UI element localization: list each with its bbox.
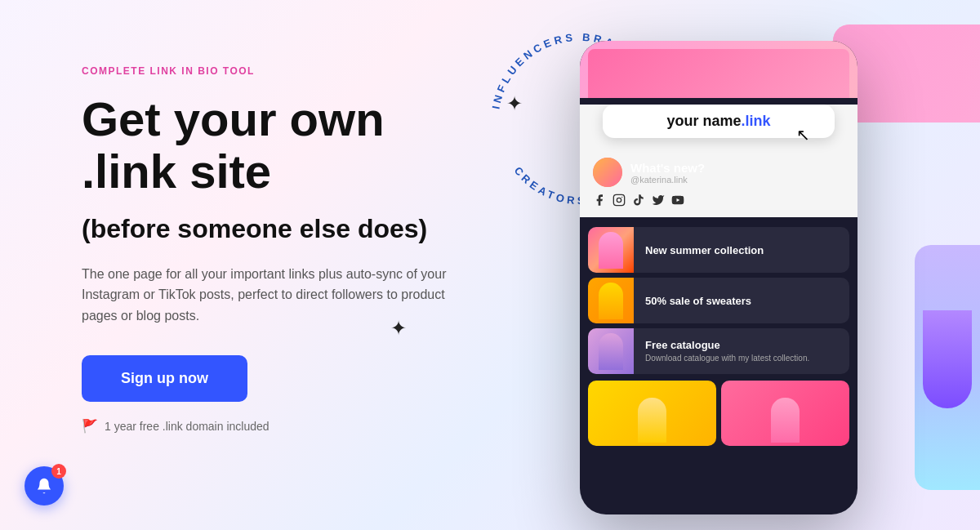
sub-heading: (before someone else does) <box>82 214 539 244</box>
instagram-icon <box>612 194 626 209</box>
avatar <box>593 158 622 187</box>
profile-info: What's new? @katerina.link <box>630 161 705 185</box>
link-card-title-sale: 50% sale of sweaters <box>645 295 838 307</box>
hero-right: INFLUENCERS BRANDS CREATORS your name.li… <box>474 0 980 530</box>
bottom-image-cards <box>588 381 849 446</box>
link-card-summer[interactable]: New summer collection <box>588 227 849 273</box>
twitter-icon <box>652 194 665 209</box>
domain-note: 🚩 1 year free .link domain included <box>82 418 539 434</box>
sale-thumb-figure <box>588 278 634 323</box>
tagline: COMPLETE LINK IN BIO TOOL <box>82 65 539 77</box>
link-card-thumb-catalogue <box>588 328 634 374</box>
link-card-text-summer: New summer collection <box>634 244 849 256</box>
phone-inner: your name.link ↖ What's new? @katerina.l… <box>580 41 858 514</box>
link-card-thumb-sale <box>588 278 634 323</box>
link-card-sale[interactable]: 50% sale of sweaters <box>588 278 849 323</box>
bottom-card-yellow <box>588 381 716 446</box>
youtube-icon <box>671 194 684 209</box>
decorative-drip <box>923 310 972 408</box>
phone-mockup: your name.link ↖ What's new? @katerina.l… <box>580 41 858 514</box>
link-card-thumb-summer <box>588 227 634 273</box>
profile-handle: @katerina.link <box>630 175 705 185</box>
main-heading: Get your own .link site <box>82 93 539 198</box>
svg-point-4 <box>621 197 622 198</box>
hero-left: COMPLETE LINK IN BIO TOOL Get your own .… <box>82 65 539 434</box>
notification-badge: 1 <box>51 464 66 479</box>
summer-thumb-figure <box>588 227 634 273</box>
facebook-icon <box>593 194 606 209</box>
catalogue-thumb-figure <box>588 328 634 374</box>
url-text: your name.link <box>666 113 770 130</box>
link-card-subtitle-catalogue: Download catalogue with my latest collec… <box>645 353 838 363</box>
link-card-title-catalogue: Free catalogue <box>645 339 838 351</box>
url-bar: your name.link ↖ <box>603 105 835 138</box>
profile-whats-new: What's new? <box>630 161 705 175</box>
notification-bell[interactable]: 1 <box>24 466 64 506</box>
bell-icon <box>35 477 53 495</box>
link-card-text-catalogue: Free catalogue Download catalogue with m… <box>634 339 849 363</box>
cursor-icon: ↖ <box>796 125 810 145</box>
svg-text:CREATORS: CREATORS <box>512 164 588 207</box>
profile-section: What's new? @katerina.link <box>580 148 858 194</box>
tiktok-icon <box>632 194 645 209</box>
sparkle-icon-2: ✦ <box>390 318 407 338</box>
link-card-title-summer: New summer collection <box>645 244 838 256</box>
link-card-text-sale: 50% sale of sweaters <box>634 295 849 307</box>
signup-button[interactable]: Sign up now <box>82 355 247 402</box>
svg-point-3 <box>617 198 621 202</box>
link-card-catalogue[interactable]: Free catalogue Download catalogue with m… <box>588 328 849 374</box>
social-icons <box>580 194 858 217</box>
bottom-card-pink <box>721 381 849 446</box>
flag-icon: 🚩 <box>82 418 98 434</box>
svg-rect-2 <box>613 194 624 205</box>
